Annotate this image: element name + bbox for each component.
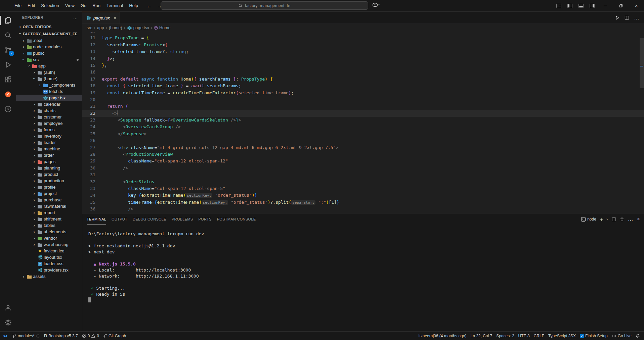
breadcrumb-item-(home)[interactable]: (home) xyxy=(109,26,122,30)
tab-page-tsx[interactable]: page.tsx × xyxy=(82,12,120,23)
code-line-33[interactable]: 33 className="col-span-12 xl:col-span-5" xyxy=(82,185,644,192)
tree-item-machine[interactable]: ›machine xyxy=(16,146,82,152)
code-line-13[interactable]: 13 selected_time_frame?: string; xyxy=(82,48,644,55)
menu-edit[interactable]: Edit xyxy=(25,0,38,11)
code-line-20[interactable]: 20 xyxy=(82,96,644,103)
code-line-11[interactable]: 11type PropsType = { xyxy=(82,35,644,41)
activity-run-debug[interactable] xyxy=(0,57,16,72)
new-terminal-icon[interactable]: + xyxy=(600,216,603,222)
panel-tab-terminal[interactable]: TERMINAL xyxy=(87,213,106,225)
tree-item-product[interactable]: ›product xyxy=(16,171,82,178)
workspace-root-section[interactable]: › FACTORY_MANAGEMENT_FE xyxy=(16,30,82,37)
code-line-14[interactable]: 14 }>; xyxy=(82,55,644,62)
code-line-15[interactable]: 15}; xyxy=(82,62,644,69)
blame-info[interactable]: itzneeraj06 (4 months ago) xyxy=(417,332,469,340)
activity-postman[interactable] xyxy=(0,87,16,102)
close-button[interactable]: × xyxy=(629,0,644,11)
menu-run[interactable]: Run xyxy=(89,0,103,11)
tree-item-project[interactable]: ›project xyxy=(16,190,82,197)
tree-item-planning[interactable]: ›planning xyxy=(16,165,82,171)
code-line-16[interactable]: 16 xyxy=(82,69,644,76)
tree-item-pages[interactable]: ›pages xyxy=(16,158,82,165)
tree-item-node_modules[interactable]: ›node_modules xyxy=(16,44,82,50)
explorer-more-actions-icon[interactable]: … xyxy=(73,15,78,20)
kill-terminal-icon[interactable] xyxy=(620,217,624,222)
code-line-26[interactable]: 26 xyxy=(82,137,644,144)
split-terminal-icon[interactable] xyxy=(612,217,616,222)
remote-window-button[interactable]: >< xyxy=(0,332,10,340)
menu-help[interactable]: Help xyxy=(126,0,141,11)
git-branch-button[interactable]: modules* xyxy=(10,332,42,340)
tree-item-loader.css[interactable]: #loader.css xyxy=(16,260,82,267)
activity-extensions[interactable] xyxy=(0,72,16,87)
tree-item-app[interactable]: ›app xyxy=(16,63,82,69)
run-file-icon[interactable] xyxy=(615,15,620,20)
tree-item-assets[interactable]: ›assets xyxy=(16,273,82,280)
menu-go[interactable]: Go xyxy=(78,0,89,11)
tree-item-inventory[interactable]: ›inventory xyxy=(16,133,82,139)
breadcrumb-item-Home[interactable]: Home xyxy=(154,26,170,30)
breadcrumb-item-page.tsx[interactable]: page.tsx xyxy=(127,26,149,30)
code-line-18[interactable]: 18 const { selected_time_frame } = await… xyxy=(82,83,644,89)
tree-item-employee[interactable]: ›employee xyxy=(16,120,82,127)
menu-file[interactable]: File xyxy=(11,0,25,11)
code-line-21[interactable]: 21 return ( xyxy=(82,103,644,110)
code-line-17[interactable]: 17export default async function Home({ s… xyxy=(82,76,644,83)
cursor-position[interactable]: Ln 22, Col 7 xyxy=(468,332,494,340)
accounts-button[interactable] xyxy=(0,300,16,315)
code-line-30[interactable]: 30 /> xyxy=(82,165,644,172)
activity-source-control[interactable]: 2 xyxy=(0,43,16,57)
editor-scrollbar[interactable] xyxy=(639,32,644,213)
toggle-secondary-sidebar-icon[interactable] xyxy=(587,0,598,11)
minimize-button[interactable]: ─ xyxy=(598,0,613,11)
tree-item-fetch.ts[interactable]: TSfetch.ts xyxy=(16,88,82,95)
code-line-19[interactable]: 19 const extractTimeFrame = createTimeFr… xyxy=(82,90,644,96)
notifications-button[interactable] xyxy=(634,332,642,340)
tree-item-(home)[interactable]: ›(home) xyxy=(16,76,82,82)
settings-button[interactable] xyxy=(0,315,16,330)
code-line-28[interactable]: 28 <ProductionOverview xyxy=(82,151,644,158)
terminal-output[interactable]: D:\Factory\factory_management_fe>npm run… xyxy=(82,225,644,331)
code-line-29[interactable]: 29 className="col-span-12 xl:col-span-12… xyxy=(82,158,644,164)
scrollbar-thumb[interactable] xyxy=(640,38,644,88)
panel-tab-ports[interactable]: PORTS xyxy=(198,213,211,225)
tree-item-customer[interactable]: ›customer xyxy=(16,114,82,120)
menu-selection[interactable]: Selection xyxy=(38,0,62,11)
tree-item-.next[interactable]: ›.next xyxy=(16,37,82,44)
tree-item-vendor[interactable]: ›vendor xyxy=(16,235,82,241)
panel-more-icon[interactable]: … xyxy=(628,216,633,222)
breadcrumb-item-app[interactable]: app xyxy=(97,26,104,30)
restore-button[interactable] xyxy=(613,0,629,11)
finish-setup-button[interactable]: ✓ Finish Setup xyxy=(578,332,610,340)
encoding[interactable]: UTF-8 xyxy=(516,332,532,340)
code-line-31[interactable]: 31 xyxy=(82,172,644,178)
code-line-32[interactable]: 32 <OrderStatus xyxy=(82,179,644,185)
git-graph-button[interactable]: Git Graph xyxy=(101,332,128,340)
panel-tab-postman-console[interactable]: POSTMAN CONSOLE xyxy=(217,213,256,225)
tree-item-charts[interactable]: ›charts xyxy=(16,107,82,114)
tree-item-rawmaterial[interactable]: ›rawmaterial xyxy=(16,203,82,209)
tree-item-shiftment[interactable]: ›shiftment xyxy=(16,216,82,222)
code-line-23[interactable]: 23 <Suspense fallback={<OverviewCardsSke… xyxy=(82,117,644,124)
code-editor[interactable]: 1011type PropsType = {12 searchParams: P… xyxy=(82,32,644,213)
code-line-34[interactable]: 34 key={extractTimeFrame(sectionKey: "or… xyxy=(82,192,644,199)
command-center-search[interactable]: factory_management_fe xyxy=(161,1,368,10)
tree-item-calendar[interactable]: ›calendar xyxy=(16,101,82,107)
activity-search[interactable] xyxy=(0,28,16,43)
tree-item-public[interactable]: ›public xyxy=(16,50,82,56)
language-mode[interactable]: TypeScript JSX xyxy=(546,332,578,340)
tree-item-forms[interactable]: ›forms xyxy=(16,127,82,133)
tree-item-layout.tsx[interactable]: layout.tsx xyxy=(16,254,82,260)
open-editors-section[interactable]: › OPEN EDITORS xyxy=(16,23,82,30)
indentation[interactable]: Spaces: 2 xyxy=(494,332,516,340)
panel-tab-output[interactable]: OUTPUT xyxy=(112,213,127,225)
back-arrow-icon[interactable]: ← xyxy=(146,3,152,9)
tree-item-leader[interactable]: ›leader xyxy=(16,139,82,146)
tree-item-order[interactable]: ›order xyxy=(16,152,82,158)
code-line-25[interactable]: 25 </Suspense> xyxy=(82,131,644,137)
tree-item-page.tsx[interactable]: page.tsx xyxy=(16,95,82,101)
tree-item-tables[interactable]: ›tables xyxy=(16,222,82,229)
tree-item-src[interactable]: ›src xyxy=(16,56,82,63)
tree-item-ui-elements[interactable]: ›ui-elements xyxy=(16,229,82,235)
toggle-panel-icon[interactable] xyxy=(575,0,587,11)
